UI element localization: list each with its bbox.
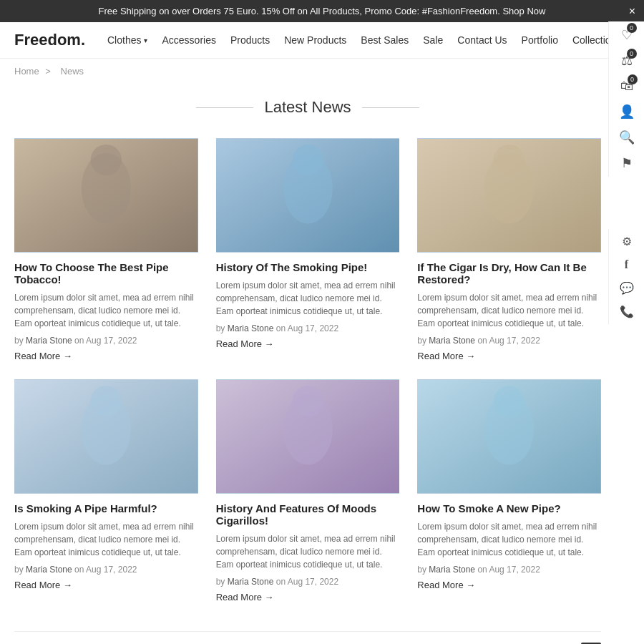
news-title-5: History And Features Of Moods Cigarillos… — [216, 502, 400, 527]
news-excerpt-6: Lorem ipsum dolor sit amet, mea ad errem… — [417, 520, 601, 559]
facebook-icon[interactable]: f — [625, 258, 628, 271]
news-author-4: Maria Stone — [26, 565, 72, 575]
news-title-2: History Of The Smoking Pipe! — [216, 261, 400, 273]
news-image-4 — [14, 379, 198, 494]
news-excerpt-4: Lorem ipsum dolor sit amet, mea ad errem… — [14, 520, 198, 559]
svg-point-11 — [91, 386, 122, 416]
news-title-1: How To Choose The Best Pipe Tobacco! — [14, 261, 198, 286]
news-author-6: Maria Stone — [429, 565, 475, 575]
read-more-link-3[interactable]: Read More → — [417, 351, 475, 361]
chevron-down-icon: ▾ — [144, 36, 147, 44]
news-image-2 — [216, 138, 400, 253]
news-excerpt-2: Lorem ipsum dolor sit amet, mea ad errem… — [216, 279, 400, 318]
banner-close-button[interactable]: × — [629, 5, 635, 18]
banner-text: Free Shipping on over Orders 75 Euro. 15… — [99, 6, 546, 16]
news-title-3: If The Cigar Is Dry, How Can It Be Resto… — [417, 261, 601, 286]
news-author-5: Maria Stone — [228, 577, 274, 587]
top-banner: Free Shipping on over Orders 75 Euro. 15… — [0, 0, 644, 22]
cart-icon[interactable]: 🛍 0 — [620, 79, 633, 94]
side-social-panel: ⚙ f 💬 📞 — [608, 229, 644, 324]
news-excerpt-5: Lorem ipsum dolor sit amet, mea ad errem… — [216, 532, 400, 571]
main-nav: Clothes ▾ Accessories Products New Produ… — [107, 34, 644, 46]
news-meta-6: by Maria Stone on Aug 17, 2022 — [417, 565, 601, 575]
news-title-4: Is Smoking A Pipe Harmful? — [14, 502, 198, 514]
read-more-link-6[interactable]: Read More → — [417, 580, 475, 590]
news-card-1: How To Choose The Best Pipe Tobacco! Lor… — [14, 138, 198, 361]
breadcrumb: Home > News — [0, 59, 644, 84]
news-date-3: Aug 17, 2022 — [489, 336, 540, 346]
news-meta-1: by Maria Stone on Aug 17, 2022 — [14, 336, 198, 346]
news-card-6: How To Smoke A New Pipe? Lorem ipsum dol… — [417, 379, 601, 602]
news-date-4: Aug 17, 2022 — [86, 565, 137, 575]
breadcrumb-home[interactable]: Home — [14, 66, 39, 77]
settings-icon[interactable]: ⚙ — [622, 235, 632, 248]
news-card-4: Is Smoking A Pipe Harmful? Lorem ipsum d… — [14, 379, 198, 602]
flag-icon[interactable]: ⚑ — [621, 155, 633, 171]
nav-item-portfolio[interactable]: Portfolio — [522, 34, 558, 46]
read-more-link-2[interactable]: Read More → — [216, 338, 274, 349]
news-date-6: Aug 17, 2022 — [489, 565, 540, 575]
read-more-link-4[interactable]: Read More → — [14, 580, 72, 590]
breadcrumb-separator: > — [45, 66, 51, 77]
compare-badge: 0 — [627, 49, 637, 59]
svg-point-8 — [494, 145, 525, 175]
nav-item-best-sales[interactable]: Best Sales — [361, 34, 409, 46]
svg-point-17 — [494, 386, 525, 416]
news-title-6: How To Smoke A New Pipe? — [417, 502, 601, 514]
news-excerpt-3: Lorem ipsum dolor sit amet, mea ad errem… — [417, 291, 601, 330]
main-content: Latest News How To Choose The Best Pipe … — [0, 84, 615, 644]
svg-point-5 — [292, 145, 323, 175]
nav-item-products[interactable]: Products — [230, 34, 270, 46]
news-date-2: Aug 17, 2022 — [288, 323, 338, 333]
news-image-3 — [417, 138, 601, 253]
news-card-2: History Of The Smoking Pipe! Lorem ipsum… — [216, 138, 400, 361]
news-date-5: Aug 17, 2022 — [288, 577, 338, 587]
logo[interactable]: Freedom. — [14, 31, 86, 49]
header-icons-panel: ♡ 0 ⚖ 0 🛍 0 👤 🔍 ⚑ — [608, 21, 644, 177]
news-image-1 — [14, 138, 198, 253]
news-author-2: Maria Stone — [228, 323, 274, 333]
news-image-6 — [417, 379, 601, 494]
read-more-link-5[interactable]: Read More → — [216, 592, 274, 602]
svg-point-14 — [292, 386, 323, 416]
header: Freedom. Clothes ▾ Accessories Products … — [0, 22, 644, 59]
news-meta-5: by Maria Stone on Aug 17, 2022 — [216, 577, 400, 587]
nav-item-accessories[interactable]: Accessories — [162, 34, 215, 46]
nav-item-new-products[interactable]: New Products — [284, 34, 346, 46]
search-icon[interactable]: 🔍 — [619, 130, 635, 145]
cart-badge: 0 — [628, 74, 638, 84]
wishlist-badge: 0 — [627, 23, 637, 33]
news-card-3: If The Cigar Is Dry, How Can It Be Resto… — [417, 138, 601, 361]
account-icon[interactable]: 👤 — [619, 104, 635, 119]
phone-icon[interactable]: 📞 — [620, 305, 634, 318]
news-excerpt-1: Lorem ipsum dolor sit amet, mea ad errem… — [14, 291, 198, 330]
news-author-1: Maria Stone — [26, 336, 72, 346]
news-meta-4: by Maria Stone on Aug 17, 2022 — [14, 565, 198, 575]
wishlist-icon[interactable]: ♡ 0 — [621, 27, 633, 43]
read-more-link-1[interactable]: Read More → — [14, 351, 72, 361]
news-meta-3: by Maria Stone on Aug 17, 2022 — [417, 336, 601, 346]
nav-item-sale[interactable]: Sale — [423, 34, 443, 46]
pagination-area: Showing 4-6 of 6 item(s) < Previous 1 2 — [14, 631, 601, 644]
compare-icon[interactable]: ⚖ 0 — [621, 53, 633, 69]
svg-point-2 — [91, 145, 122, 175]
news-date-1: Aug 17, 2022 — [86, 336, 137, 346]
whatsapp-icon[interactable]: 💬 — [620, 281, 634, 295]
nav-item-contact[interactable]: Contact Us — [457, 34, 507, 46]
news-author-3: Maria Stone — [429, 336, 475, 346]
news-meta-2: by Maria Stone on Aug 17, 2022 — [216, 323, 400, 333]
page-title: Latest News — [14, 98, 601, 117]
nav-item-clothes[interactable]: Clothes ▾ — [107, 34, 147, 46]
news-image-5 — [216, 379, 400, 494]
breadcrumb-current: News — [61, 66, 84, 77]
news-card-5: History And Features Of Moods Cigarillos… — [216, 379, 400, 602]
news-grid: How To Choose The Best Pipe Tobacco! Lor… — [14, 138, 601, 602]
